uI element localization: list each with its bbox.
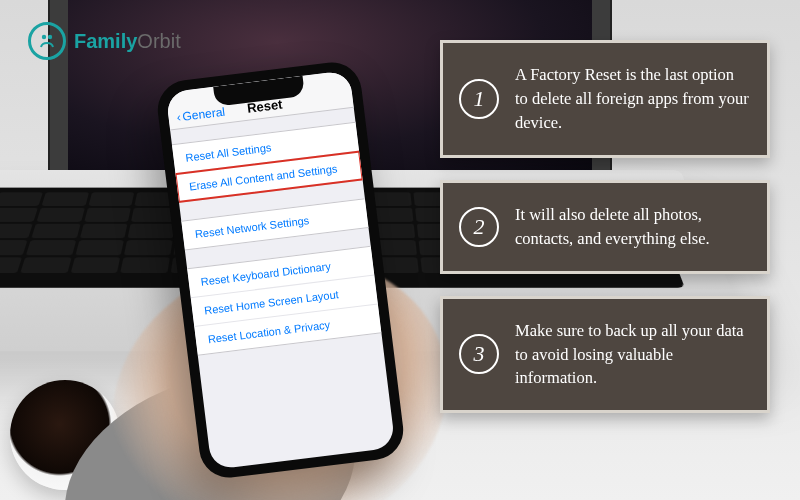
callout-number: 3 bbox=[459, 334, 499, 374]
logo-icon bbox=[28, 22, 66, 60]
svg-point-0 bbox=[42, 35, 46, 39]
brand-logo: FamilyOrbit bbox=[28, 22, 181, 60]
callout-text: A Factory Reset is the last option to de… bbox=[515, 63, 749, 135]
callout-card: 3Make sure to back up all your data to a… bbox=[440, 296, 770, 414]
phone-screen: ‹ General Reset Reset All SettingsErase … bbox=[166, 70, 396, 470]
callouts-column: 1A Factory Reset is the last option to d… bbox=[440, 40, 770, 413]
logo-word-2: Orbit bbox=[137, 30, 180, 52]
logo-word-1: Family bbox=[74, 30, 137, 52]
callout-text: It will also delete all photos, contacts… bbox=[515, 203, 749, 251]
callout-text: Make sure to back up all your data to av… bbox=[515, 319, 749, 391]
callout-card: 1A Factory Reset is the last option to d… bbox=[440, 40, 770, 158]
settings-list: Reset All SettingsErase All Content and … bbox=[170, 108, 381, 356]
chevron-left-icon: ‹ bbox=[176, 110, 182, 124]
settings-row[interactable]: Reset Network Settings bbox=[181, 199, 368, 249]
settings-group: Reset All SettingsErase All Content and … bbox=[172, 122, 363, 203]
callout-number: 1 bbox=[459, 79, 499, 119]
settings-group: Reset Network Settings bbox=[181, 198, 368, 250]
logo-text: FamilyOrbit bbox=[74, 30, 181, 53]
callout-card: 2It will also delete all photos, contact… bbox=[440, 180, 770, 274]
settings-group: Reset Keyboard DictionaryReset Home Scre… bbox=[187, 246, 381, 356]
svg-point-1 bbox=[48, 35, 52, 39]
callout-number: 2 bbox=[459, 207, 499, 247]
